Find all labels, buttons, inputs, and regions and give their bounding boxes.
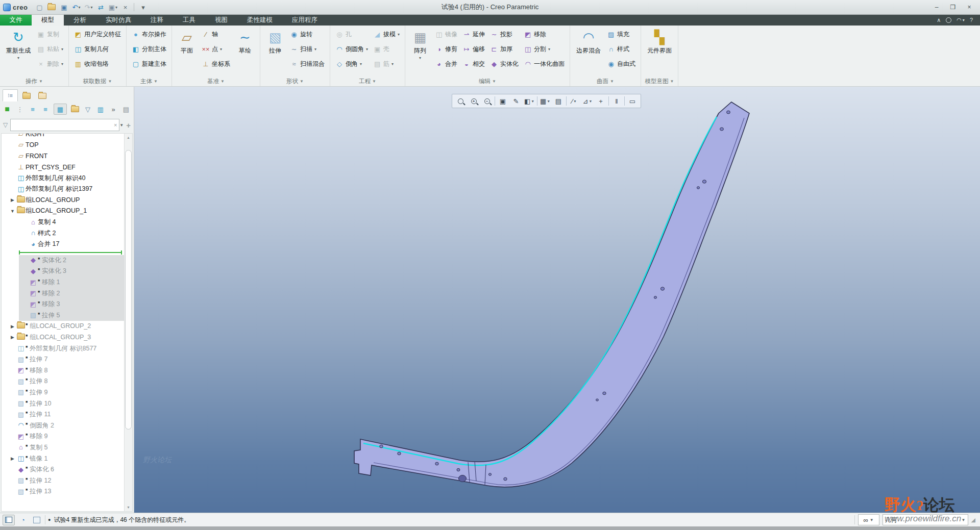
open-file-button[interactable] xyxy=(46,2,57,12)
tree-item-实体化 3[interactable]: ◆■实体化 3 xyxy=(2,266,124,277)
new-file-button[interactable]: ▢ xyxy=(34,2,45,12)
window-button[interactable]: ▣▾ xyxy=(107,2,118,12)
spin-center-icon[interactable]: + xyxy=(594,95,607,107)
tab-工具[interactable]: 工具 xyxy=(173,14,205,26)
copy-geometry-button[interactable]: ◫复制几何 xyxy=(72,42,123,57)
selection-filter-combobox[interactable]: 几何 ▼ xyxy=(883,514,968,525)
regenerate-quick-button[interactable]: ⇄ xyxy=(95,2,106,12)
insert-locator[interactable] xyxy=(19,250,124,255)
tree-item-RIGHT[interactable]: ▱RIGHT xyxy=(2,133,124,140)
intersect-button[interactable]: ◒相交 xyxy=(460,57,487,71)
tree-item-移除 3[interactable]: ◩■移除 3 xyxy=(2,299,124,310)
boundary-blend-button[interactable]: ◠边界混合 xyxy=(573,27,604,55)
open-settings-folder-icon[interactable] xyxy=(70,104,80,114)
refit-icon[interactable]: ▣ xyxy=(496,95,509,107)
zoom-in-icon[interactable]: + xyxy=(467,95,480,107)
tree-item-实体化 6[interactable]: ◆■实体化 6 xyxy=(2,464,124,475)
tab-分析[interactable]: 分析 xyxy=(64,14,96,26)
merge-button[interactable]: ◕合并 xyxy=(433,57,459,71)
udf-button[interactable]: ◩用户定义特征 xyxy=(72,27,123,42)
project-button[interactable]: ∼投影 xyxy=(488,27,521,42)
tree-item-TOP[interactable]: ▱TOP xyxy=(2,140,124,151)
revolve-button[interactable]: ◉旋转 xyxy=(288,27,327,42)
tree-item-组LOCAL_GROUP_2[interactable]: ▶■组LOCAL_GROUP_2 xyxy=(2,321,124,332)
tree-item-拉伸 7[interactable]: ▧■拉伸 7 xyxy=(2,354,124,365)
round-button[interactable]: ◠倒圆角▾ xyxy=(333,42,370,57)
delete-button[interactable]: ×删除▾ xyxy=(35,57,65,71)
regenerate-button[interactable]: ↻重新生成▾ xyxy=(3,27,34,60)
scrollbar-thumb[interactable] xyxy=(125,150,132,430)
tree-scrollbar[interactable]: ▲ ▼ xyxy=(124,134,132,511)
shrinkwrap-button[interactable]: ▥收缩包络 xyxy=(72,57,123,71)
tree-item-拉伸 10[interactable]: ▧■拉伸 10 xyxy=(2,398,124,409)
swept-blend-button[interactable]: ≈扫描混合 xyxy=(288,57,327,71)
saved-orientations-icon[interactable]: ▦▼ xyxy=(538,95,552,107)
close-button[interactable]: × xyxy=(962,2,977,12)
tree-item-移除 1[interactable]: ◩■移除 1 xyxy=(2,277,124,288)
tree-item-PRT_CSYS_DEF[interactable]: ⊥PRT_CSYS_DEF xyxy=(2,162,124,173)
tree-item-FRONT[interactable]: ▱FRONT xyxy=(2,150,124,162)
overflow-icon[interactable]: » xyxy=(109,104,118,114)
clear-search-icon[interactable]: × xyxy=(114,122,117,128)
sketch-button[interactable]: ∼草绘 xyxy=(233,27,257,55)
blank-window-icon[interactable] xyxy=(31,515,42,525)
tree-item-拉伸 12[interactable]: ▧■拉伸 12 xyxy=(2,475,124,486)
zoom-out-icon[interactable]: − xyxy=(480,95,494,107)
mirror-button[interactable]: ◫镜像 xyxy=(433,27,459,42)
annotation-display-icon[interactable]: ⊿▼ xyxy=(581,95,594,107)
group-label-编辑[interactable]: 编辑▼ xyxy=(406,77,569,86)
expand-arrow-icon[interactable]: ▶ xyxy=(9,324,16,329)
group-label-模型意图[interactable]: 模型意图▼ xyxy=(642,77,677,86)
expand-arrow-icon[interactable]: ▶ xyxy=(9,335,16,340)
resize-grip[interactable]: ◢ xyxy=(971,517,975,523)
tree-item-复制 5[interactable]: ⌂■复制 5 xyxy=(2,442,124,453)
tab-模型[interactable]: 模型 xyxy=(32,14,64,26)
expand-levels-icon[interactable]: ≡ xyxy=(28,104,37,114)
tree-item-外部复制几何 标识40[interactable]: ◫外部复制几何 标识40 xyxy=(2,172,124,184)
minimize-button[interactable]: – xyxy=(929,2,944,12)
fill-button[interactable]: ▨填充 xyxy=(605,27,638,42)
tree-item-拉伸 8[interactable]: ▧■拉伸 8 xyxy=(2,376,124,387)
quilt-surface-button[interactable]: ◠一体化曲面 xyxy=(522,57,567,71)
paste-button[interactable]: ▤粘贴▾ xyxy=(35,42,65,57)
remove-surface-button[interactable]: ◩移除 xyxy=(522,27,567,42)
box-zoom-icon[interactable] xyxy=(454,95,467,107)
tree-item-组LOCAL_GROUP_1[interactable]: ▼组LOCAL_GROUP_1 xyxy=(2,206,124,217)
search-dropdown-icon[interactable]: ▼ xyxy=(119,123,124,128)
rib-button[interactable]: ▤筋▾ xyxy=(371,57,402,71)
tree-filter-icon[interactable]: ▽ xyxy=(83,104,92,114)
toggle-tree-panel-icon[interactable] xyxy=(3,515,15,525)
column-display-icon[interactable]: ▥ xyxy=(96,104,105,114)
tree-item-移除 9[interactable]: ◩■移除 9 xyxy=(2,431,124,442)
sweep-button[interactable]: ∼扫描▾ xyxy=(288,42,327,57)
tree-search-input[interactable] xyxy=(10,119,119,131)
tree-item-移除 8[interactable]: ◩■移除 8 xyxy=(2,365,124,376)
tab-实时仿真[interactable]: 实时仿真 xyxy=(96,14,141,26)
collapse-arrow-icon[interactable]: ▼ xyxy=(9,209,16,214)
search-icon[interactable] xyxy=(946,17,951,23)
divide-surface-button[interactable]: ◫分割▾ xyxy=(522,42,567,57)
close-window-button[interactable]: × xyxy=(119,2,131,12)
chamfer-button[interactable]: ◇倒角▾ xyxy=(333,57,370,71)
expand-arrow-icon[interactable]: ▶ xyxy=(9,456,16,461)
view-manager-icon[interactable]: ▤ xyxy=(552,95,565,107)
tab-应用程序[interactable]: 应用程序 xyxy=(282,14,327,26)
tree-item-样式 2[interactable]: ∩样式 2 xyxy=(2,228,124,239)
favorites-tab[interactable] xyxy=(35,90,50,102)
tree-item-镜像 1[interactable]: ▶◫■镜像 1 xyxy=(2,453,124,464)
datum-plane-button[interactable]: ▱平面 xyxy=(175,27,199,55)
tab-注释[interactable]: 注释 xyxy=(141,14,173,26)
expand-arrow-icon[interactable]: ▶ xyxy=(9,197,16,203)
extend-button[interactable]: ⇀延伸 xyxy=(460,27,487,42)
group-label-获取数据[interactable]: 获取数据▼ xyxy=(70,77,125,86)
help-icon[interactable]: ? xyxy=(970,17,973,23)
new-body-button[interactable]: ▢新建主体 xyxy=(130,57,168,71)
tree-item-拉伸 11[interactable]: ▧■拉伸 11 xyxy=(2,409,124,420)
solidify-button[interactable]: ◆实体化 xyxy=(488,57,521,71)
tree-item-拉伸 13[interactable]: ▧■拉伸 13 xyxy=(2,486,124,497)
3d-model-view[interactable] xyxy=(134,86,980,513)
display-style-icon[interactable]: ◧▼ xyxy=(523,95,536,107)
tree-item-拉伸 9[interactable]: ▧■拉伸 9 xyxy=(2,387,124,398)
tab-视图[interactable]: 视图 xyxy=(205,14,237,26)
graphics-area[interactable]: +−▣✎◧▼▦▼▤∕▼⊿▼+‖▭ 野火论坛 xyxy=(134,86,980,513)
